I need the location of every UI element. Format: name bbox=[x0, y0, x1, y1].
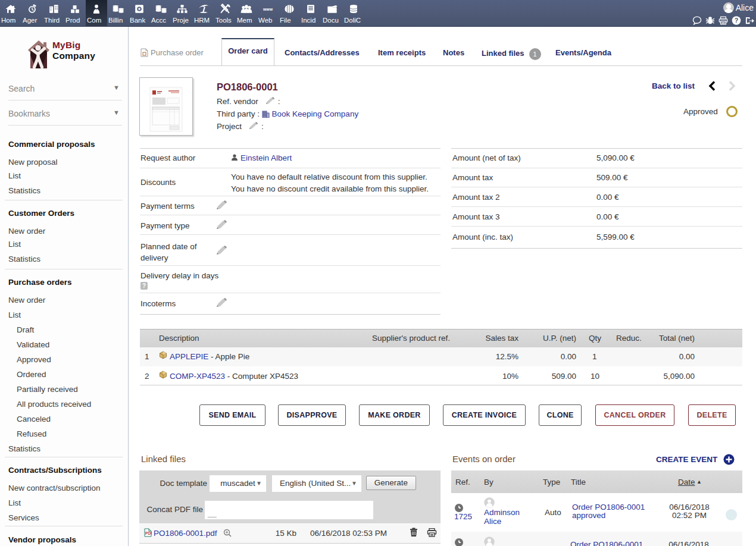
svg-text:PDF: PDF bbox=[145, 531, 152, 535]
svg-text:?: ? bbox=[735, 17, 739, 24]
svg-text:www: www bbox=[263, 7, 273, 11]
